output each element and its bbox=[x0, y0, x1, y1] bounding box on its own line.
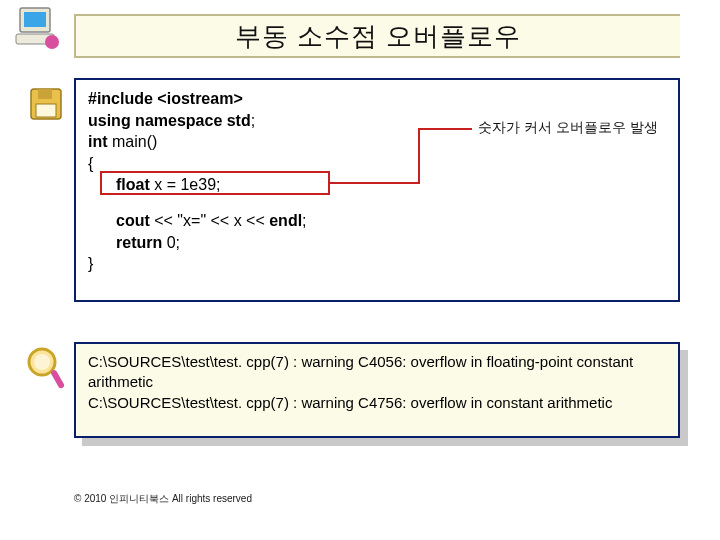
code-line: } bbox=[88, 253, 666, 275]
slide-title-bar: 부동 소수점 오버플로우 bbox=[74, 14, 680, 58]
code-line: #include <iostream> bbox=[88, 88, 666, 110]
slide-title: 부동 소수점 오버플로우 bbox=[235, 19, 521, 54]
magnifying-glass-icon bbox=[24, 346, 68, 394]
copyright-footer: © 2010 인피니티북스 All rights reserved bbox=[74, 492, 252, 506]
callout-connector bbox=[418, 128, 472, 130]
compiler-output-box: C:\SOURCES\test\test. cpp(7) : warning C… bbox=[74, 342, 680, 438]
warning-line: C:\SOURCES\test\test. cpp(7) : warning C… bbox=[88, 393, 666, 413]
svg-point-8 bbox=[34, 354, 50, 370]
code-block: #include <iostream> using namespace std;… bbox=[74, 78, 680, 302]
callout-connector bbox=[418, 128, 420, 184]
code-line: return 0; bbox=[88, 232, 666, 254]
svg-rect-6 bbox=[36, 104, 56, 117]
code-line: { bbox=[88, 153, 666, 175]
svg-point-3 bbox=[45, 35, 59, 49]
computer-icon bbox=[14, 4, 62, 52]
svg-rect-5 bbox=[38, 89, 52, 99]
callout-connector bbox=[330, 182, 420, 184]
svg-rect-1 bbox=[24, 12, 46, 27]
floppy-disk-icon bbox=[28, 86, 64, 122]
warning-line: C:\SOURCES\test\test. cpp(7) : warning C… bbox=[88, 352, 666, 393]
code-line: cout << "x=" << x << endl; bbox=[88, 210, 666, 232]
code-line: float x = 1e39; bbox=[88, 174, 666, 196]
callout-annotation: 숫자가 커서 오버플로우 발생 bbox=[478, 118, 666, 137]
svg-rect-9 bbox=[50, 369, 65, 389]
